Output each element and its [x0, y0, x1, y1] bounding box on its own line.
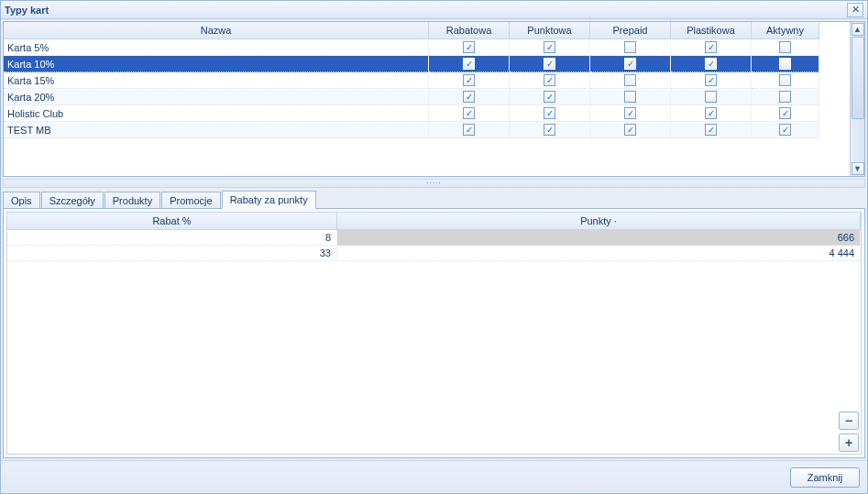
checkbox-icon[interactable] [624, 41, 636, 53]
checkbox-icon[interactable]: ✓ [463, 91, 475, 103]
add-row-button[interactable]: + [839, 434, 859, 452]
checkbox-icon[interactable]: ✓ [544, 91, 555, 103]
table-row[interactable]: Karta 10%✓✓✓✓ [4, 56, 850, 72]
cell-nazwa[interactable]: Holistic Club [4, 105, 429, 122]
cell-prepaid[interactable]: ✓ [590, 105, 671, 122]
cell-punktowa[interactable]: ✓ [510, 89, 590, 105]
cell-plastikowa[interactable]: ✓ [671, 39, 752, 56]
tab-promocje[interactable]: Promocje [161, 192, 220, 209]
scroll-down-icon[interactable]: ▼ [852, 162, 864, 175]
cell-punkty[interactable]: 4 444 [337, 246, 861, 261]
close-button[interactable]: Zamknij [790, 467, 860, 488]
cell-aktywny[interactable] [752, 56, 819, 72]
cell-nazwa[interactable]: Karta 10% [4, 56, 429, 72]
tab-produkty[interactable]: Produkty [104, 192, 160, 209]
checkbox-icon[interactable]: ✓ [624, 124, 636, 136]
window-close-button[interactable]: ✕ [847, 3, 863, 17]
cell-aktywny[interactable] [752, 89, 819, 105]
scroll-thumb[interactable] [852, 37, 864, 119]
checkbox-icon[interactable]: ✓ [463, 41, 475, 53]
vertical-scrollbar[interactable]: ▲ ▼ [850, 22, 864, 176]
cell-rabatowa[interactable]: ✓ [429, 89, 510, 105]
cell-aktywny[interactable]: ✓ [752, 122, 819, 138]
cell-nazwa[interactable]: Karta 5% [4, 39, 429, 56]
col-header-aktywny[interactable]: Aktywny [752, 22, 819, 39]
tab-opis[interactable]: Opis [3, 192, 40, 209]
table-row[interactable]: Karta 15%✓✓✓ [4, 72, 850, 89]
table-row[interactable]: 8666 [7, 230, 861, 246]
tab-rabaty-za-punkty[interactable]: Rabaty za punkty [222, 191, 316, 209]
checkbox-icon[interactable]: ✓ [544, 107, 555, 119]
checkbox-icon[interactable]: ✓ [779, 124, 791, 136]
scroll-track[interactable] [852, 37, 864, 161]
checkbox-icon[interactable] [624, 74, 636, 86]
rebates-grid[interactable]: Rabat % Punkty · 8666334 444 [7, 213, 861, 454]
card-types-grid[interactable]: Nazwa Rabatowa Punktowa Prepaid Plastiko… [4, 22, 850, 176]
cell-aktywny[interactable] [752, 72, 819, 89]
checkbox-icon[interactable]: ✓ [463, 58, 475, 70]
checkbox-icon[interactable]: ✓ [544, 58, 555, 70]
checkbox-icon[interactable] [779, 91, 791, 103]
col-header-rabat[interactable]: Rabat % [7, 213, 337, 230]
checkbox-icon[interactable]: ✓ [463, 124, 475, 136]
cell-aktywny[interactable]: ✓ [752, 105, 819, 122]
cell-punktowa[interactable]: ✓ [510, 72, 590, 89]
cell-rabat[interactable]: 33 [7, 246, 337, 261]
checkbox-icon[interactable] [705, 91, 717, 103]
table-row[interactable]: 334 444 [7, 246, 861, 261]
tab-szczegóły[interactable]: Szczegóły [41, 192, 104, 209]
scroll-up-icon[interactable]: ▲ [852, 23, 864, 36]
cell-plastikowa[interactable]: ✓ [671, 122, 752, 138]
cell-rabatowa[interactable]: ✓ [429, 122, 510, 138]
cell-rabatowa[interactable]: ✓ [429, 105, 510, 122]
cell-rabatowa[interactable]: ✓ [429, 39, 510, 56]
table-row[interactable]: Karta 20%✓✓ [4, 89, 850, 105]
table-row[interactable]: Karta 5%✓✓✓ [4, 39, 850, 56]
horizontal-splitter[interactable]: ····· [3, 179, 865, 188]
remove-row-button[interactable]: − [839, 412, 859, 430]
cell-rabatowa[interactable]: ✓ [429, 56, 510, 72]
checkbox-icon[interactable]: ✓ [463, 107, 475, 119]
col-header-punkty[interactable]: Punkty · [337, 213, 861, 230]
cell-prepaid[interactable]: ✓ [590, 122, 671, 138]
cell-prepaid[interactable] [590, 89, 671, 105]
cell-plastikowa[interactable]: ✓ [671, 56, 752, 72]
checkbox-icon[interactable]: ✓ [705, 58, 717, 70]
cell-plastikowa[interactable]: ✓ [671, 105, 752, 122]
cell-nazwa[interactable]: TEST MB [4, 122, 429, 138]
checkbox-icon[interactable] [779, 58, 791, 70]
cell-punktowa[interactable]: ✓ [510, 39, 590, 56]
cell-prepaid[interactable]: ✓ [590, 56, 671, 72]
cell-nazwa[interactable]: Karta 20% [4, 89, 429, 105]
checkbox-icon[interactable]: ✓ [779, 107, 791, 119]
checkbox-icon[interactable]: ✓ [544, 41, 555, 53]
cell-plastikowa[interactable] [671, 89, 752, 105]
checkbox-icon[interactable]: ✓ [463, 74, 475, 86]
checkbox-icon[interactable]: ✓ [624, 58, 636, 70]
checkbox-icon[interactable]: ✓ [705, 74, 717, 86]
cell-punktowa[interactable]: ✓ [510, 56, 590, 72]
cell-punkty[interactable]: 666 [337, 230, 861, 246]
cell-punktowa[interactable]: ✓ [510, 122, 590, 138]
checkbox-icon[interactable]: ✓ [705, 107, 717, 119]
col-header-nazwa[interactable]: Nazwa [4, 22, 429, 39]
cell-prepaid[interactable] [590, 39, 671, 56]
checkbox-icon[interactable]: ✓ [624, 107, 636, 119]
checkbox-icon[interactable]: ✓ [544, 74, 555, 86]
table-row[interactable]: TEST MB✓✓✓✓✓ [4, 122, 850, 138]
checkbox-icon[interactable] [779, 74, 791, 86]
checkbox-icon[interactable]: ✓ [705, 124, 717, 136]
col-header-plastikowa[interactable]: Plastikowa [671, 22, 752, 39]
cell-punktowa[interactable]: ✓ [510, 105, 590, 122]
cell-rabatowa[interactable]: ✓ [429, 72, 510, 89]
checkbox-icon[interactable]: ✓ [705, 41, 717, 53]
cell-prepaid[interactable] [590, 72, 671, 89]
cell-aktywny[interactable] [752, 39, 819, 56]
col-header-punktowa[interactable]: Punktowa [510, 22, 590, 39]
col-header-prepaid[interactable]: Prepaid [590, 22, 671, 39]
cell-plastikowa[interactable]: ✓ [671, 72, 752, 89]
cell-rabat[interactable]: 8 [7, 230, 337, 246]
checkbox-icon[interactable] [624, 91, 636, 103]
checkbox-icon[interactable]: ✓ [544, 124, 555, 136]
checkbox-icon[interactable] [779, 41, 791, 53]
